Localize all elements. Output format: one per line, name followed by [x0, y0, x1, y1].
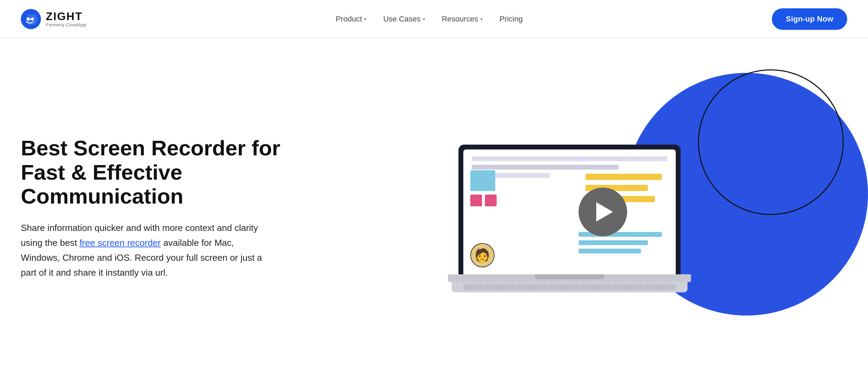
site-header: ZIGHT Formerly CloudApp Product ▾ Use Ca… [0, 0, 868, 38]
key [506, 284, 516, 290]
logo-name: ZIGHT [46, 10, 86, 23]
key [559, 284, 569, 290]
nav-label-product: Product [336, 15, 362, 24]
laptop-illustration: 🧑 [458, 145, 691, 292]
blue-line-2 [579, 240, 648, 245]
screen-line-2 [472, 165, 618, 170]
key [474, 284, 484, 290]
chevron-down-icon: ▾ [423, 16, 425, 22]
hero-description: Share information quicker and with more … [21, 221, 271, 280]
key [591, 284, 601, 290]
screen-content-lines [463, 149, 676, 274]
nav-label-pricing: Pricing [499, 15, 523, 24]
hero-title: Best Screen Recorder for Fast & Effectiv… [21, 136, 292, 208]
play-button[interactable] [579, 188, 627, 236]
laptop-base [448, 274, 691, 282]
laptop-stand [535, 274, 604, 279]
key [623, 284, 633, 290]
key [516, 284, 526, 290]
blue-lines [579, 232, 662, 253]
key [495, 284, 505, 290]
key [570, 284, 580, 290]
key [580, 284, 590, 290]
play-triangle-icon [596, 202, 613, 222]
sidebar-block-pink-1 [470, 195, 482, 206]
hero-content: Best Screen Recorder for Fast & Effectiv… [21, 136, 292, 280]
keyboard-grid [463, 284, 676, 290]
hero-illustration: 🧑 [292, 87, 847, 329]
avatar-icon: 🧑 [474, 248, 490, 263]
nav-label-use-cases: Use Cases [383, 15, 421, 24]
yellow-line-1 [585, 174, 662, 180]
logo-link[interactable]: ZIGHT Formerly CloudApp [21, 9, 86, 29]
key [655, 284, 665, 290]
logo-icon [21, 9, 41, 29]
laptop-screen-outer: 🧑 [458, 145, 681, 274]
blue-line-3 [579, 249, 641, 253]
hero-section: Best Screen Recorder for Fast & Effectiv… [0, 38, 868, 350]
nav-item-pricing[interactable]: Pricing [499, 15, 523, 24]
key [666, 284, 676, 290]
chevron-down-icon: ▾ [480, 16, 483, 22]
laptop-screen-inner: 🧑 [463, 149, 676, 274]
key [644, 284, 654, 290]
screen-line-1 [472, 156, 667, 161]
key [484, 284, 495, 290]
main-nav: Product ▾ Use Cases ▾ Resources ▾ Pricin… [336, 15, 523, 24]
sidebar-blocks-row [470, 195, 497, 206]
free-screen-recorder-link[interactable]: free screen recorder [79, 238, 161, 248]
sidebar-block-blue [470, 170, 495, 191]
nav-item-product[interactable]: Product ▾ [336, 15, 366, 24]
laptop-keyboard [452, 282, 688, 292]
key [602, 284, 612, 290]
svg-point-1 [26, 17, 30, 21]
key [548, 284, 558, 290]
signup-button[interactable]: Sign-up Now [772, 8, 847, 30]
key [612, 284, 622, 290]
blob-outline-circle [698, 69, 844, 215]
screen-sidebar [470, 170, 497, 206]
sidebar-block-pink-2 [485, 195, 497, 206]
key [634, 284, 644, 290]
nav-label-resources: Resources [442, 15, 478, 24]
logo-text: ZIGHT Formerly CloudApp [46, 10, 86, 27]
key [538, 284, 548, 290]
key [527, 284, 537, 290]
avatar: 🧑 [470, 243, 495, 267]
logo-subtitle: Formerly CloudApp [46, 23, 86, 27]
chevron-down-icon: ▾ [364, 16, 366, 22]
key [463, 284, 473, 290]
nav-item-resources[interactable]: Resources ▾ [442, 15, 483, 24]
nav-item-use-cases[interactable]: Use Cases ▾ [383, 15, 425, 24]
